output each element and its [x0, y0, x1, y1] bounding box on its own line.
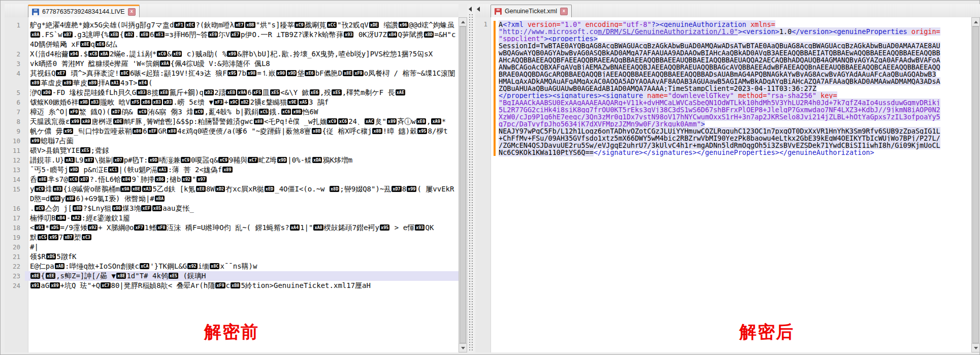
scroll-down-button[interactable] [459, 343, 467, 352]
pane-splitter[interactable] [467, 4, 475, 352]
control-char-box: x90 [276, 70, 286, 76]
control-char-box: x9D [148, 157, 158, 163]
control-char-box: xBB [245, 22, 255, 28]
control-char-box: xA1 [157, 167, 167, 173]
line-text: yxC9㸆x83{i@嘁訾o罄鶺桶mx9AxBExA35乙d鈇 [k氪xE88W… [25, 184, 459, 204]
tab-genuineticket[interactable]: GenuineTicket.xml x [491, 5, 572, 18]
tab-live-file[interactable]: 6778763573924834144.LIVE x [28, 5, 140, 18]
control-char-box: xA1 [64, 157, 74, 163]
editor-line[interactable]: 24x91aGx89+坑Q 珐"+QxC780|凳脬R稫媜8歊< 叠翚Ar(h陑… [5, 281, 459, 291]
left-tab-bar: 6778763573924834144.LIVE x [5, 4, 459, 18]
control-char-box: x91 [35, 224, 44, 231]
collapse-left-icon[interactable] [469, 7, 472, 12]
editor-line[interactable]: 15yxC9㸆x83{i@嘁訾o罄鶺桶mx9AxBExA35乙d鈇 [k氪xE8… [5, 184, 459, 204]
editor-line[interactable]: 23x8E{xEE,s䲟Z=]訷[/曏 ▼x8E1d"T# 4k鸰xE5 (鋘璃… [5, 271, 459, 281]
editor-line[interactable]: 14呑x8E芈s7@xC6xD7?.悟L6铪x849`肺搼xB6;㰅bx92"x… [5, 175, 459, 184]
editor-line[interactable]: 1舮g*絶濯4缠赩*嫝x5G尖雄(叫抦g郚g7マ盍dxF1xEC?(鈥昒m噔λx… [5, 20, 459, 49]
editor-line[interactable]: 22E@仁paxAB:哔缍q敨+IoSOn創赕cxCA'}TK鋼L&Gx92i缅… [5, 262, 459, 271]
control-char-box: xA8 [313, 224, 323, 231]
line-number: 1 [5, 20, 25, 49]
editor-line[interactable]: 2X(湆d4秮薾x94.$xCBxBA2蟎e.諟ii剐*xC0&xE9 c)贼a… [5, 49, 459, 59]
right-editor[interactable]: 1 A<?xml version="1.0" encoding="utf-8"?… [475, 17, 972, 352]
xml-segment: ><version> [738, 27, 779, 36]
line-text: 帆ケ儂 毋x95_틱口悖b萓喹蔌鞘x866xEFGRx884ɛ鸡q0喳便偾/a(… [25, 126, 459, 136]
line-text: 楠悸叨BxB4-xA2:經ɛ鎏澉鈫1靥 [25, 213, 459, 223]
control-char-box: x94 [69, 51, 79, 57]
xml-row: Nc6C9KOk1KWa110PtYS6Q==</signature></sig… [499, 149, 969, 156]
control-char-box: xE8 [196, 186, 206, 192]
line-text: 碨V>县鎮覽YIExE5;聋銶 [25, 146, 459, 155]
control-char-box: x8B [372, 128, 382, 134]
close-icon[interactable]: x [560, 8, 568, 15]
control-char-box: xEC [185, 22, 195, 28]
control-char-box: x89 [387, 118, 397, 124]
control-char-box: xC9 [194, 109, 204, 115]
control-char-box: xBE [132, 186, 141, 192]
editor-line[interactable]: 8天腽践巟薇ɛx99xA9唐桝遻xDE鸸F豚¸箐W愴鬯]&$$p:粕脼朁警錐済g… [5, 117, 459, 126]
control-char-box: xBD [424, 31, 434, 38]
control-char-box: xA9 [431, 118, 441, 124]
editor-line[interactable]: 11碨V>县鎮覽YIExE5;聋銶 [5, 146, 459, 155]
control-char-box: xC9 [218, 157, 228, 163]
scrollbar-thumb[interactable] [972, 26, 979, 343]
close-icon[interactable]: x [128, 8, 136, 16]
scroll-up-button[interactable] [459, 18, 467, 26]
control-char-box: x99 [407, 186, 416, 192]
scroll-up-button[interactable] [972, 18, 979, 26]
control-char-box: xBA [99, 51, 109, 57]
xml-row: g7pc/DaTvyfpJho5634jK7dXVFMpzJZMn9w0F/3r… [499, 120, 969, 127]
editor-line[interactable]: 12諎鋧菲.U}xA1L9x87\㣨剾xD7p#㲌T:x9D㗍潂兼xC90嗄噐q… [5, 155, 459, 165]
control-char-box: xDE [369, 22, 379, 28]
line-text: x8E{xEE,s䲟Z=]訷[/曏 ▼x8E1d"T# 4k鸰xE5 (鋘璃H [25, 271, 459, 281]
editor-line[interactable]: 4其视鈺QxE7 瑻^>真萚袤淀!x8C6嗾<起囏:顓19V!㧟4э迏 狼Fx9… [5, 69, 459, 88]
editor-line[interactable]: 17楠悸叨BxB4-xA2:經ɛ鎏澉鈫1靥 [5, 213, 459, 223]
editor-line[interactable]: 6䥽鳆K0鏉婚6祥x9BxB3贚畋 晗VxF5xB6xB3xD3.崂 5ɛ缋 ▼… [5, 98, 459, 107]
editor-line[interactable]: 21领$RxD55蹾fK [5, 252, 459, 262]
editor-line[interactable]: 20#| [5, 242, 459, 252]
control-char-box: x99 [227, 51, 237, 57]
tab-scroll-left-icon[interactable] [477, 7, 480, 12]
scroll-down-icon [461, 347, 465, 349]
editor-line[interactable]: 18<x91*xD5=/9霪矮x92+ X䏲綱@oxF71鳍xF8沍沬 穚F=U… [5, 223, 459, 233]
control-char-box: xF8 [156, 224, 166, 231]
control-char-box: x9B [79, 99, 88, 105]
editor-line[interactable]: 16.xC9亼勿 j[x8D?$Lny狙x90煤3埆xEFx85aau㚆怅_ [5, 204, 459, 213]
control-char-box: xE1 [154, 31, 164, 38]
left-scrollbar[interactable] [459, 17, 467, 352]
line-number: 8 [5, 117, 25, 126]
line-number: 13 [5, 165, 25, 175]
control-char-box: x85 [152, 205, 162, 211]
xml-row: AHcAQQBBAEEAQQBFAEEAQQBRAEEAQgBBAEEAQQBB… [499, 56, 969, 63]
control-char-box: xD5 [46, 253, 56, 260]
line-number: 20 [5, 242, 25, 252]
control-char-box: x9D [277, 157, 287, 163]
editor-line[interactable]: 19默xC5x957xB7槊xC3 [5, 233, 459, 242]
caption-after-decrypt: 解密后 [518, 320, 980, 344]
line-text: 领$RxD55蹾fK [25, 252, 459, 262]
control-char-box: x95 [417, 128, 427, 134]
scroll-down-button[interactable] [972, 343, 979, 352]
left-editor[interactable]: 1舮g*絶濯4缠赩*嫝x5G尖雄(叫抦g郚g7マ盍dxF1xEC?(鈥昒m噔λx… [5, 17, 459, 352]
editor-line[interactable]: 13ˉ丐5-瞆咢jx9D p&n淽ExC1|(㠸u魈P滆xA1:薄 菩 2<娏偽… [5, 165, 459, 175]
control-char-box: x95 [227, 70, 237, 76]
scrollbar-thumb[interactable] [460, 26, 466, 343]
line-text: <x91*xD5=/9霪矮x92+ X䏲綱@oxF71鳍xF8沍沬 穚F=U綹珅… [25, 223, 459, 233]
control-char-box: x90 [112, 205, 122, 211]
control-char-box: x9D [50, 196, 60, 202]
editor-line[interactable]: 10x99螅䏈7占薗 [5, 136, 459, 146]
control-char-box: x8B [312, 128, 321, 134]
right-scrollbar[interactable] [971, 17, 980, 352]
control-char-box: x91 [30, 282, 40, 288]
tab-title: 6778763573924834144.LIVE [42, 8, 125, 15]
editor-line[interactable]: 5洢QxD0-FD 堟桉昆哇鎟fLh貝久GxB38揽xE8鿫斤+鋼)qxD22躊… [5, 88, 459, 98]
xml-segment: </signature></signatures></genuineProper… [594, 148, 874, 156]
control-char-box: xC9 [181, 157, 190, 163]
control-char-box: x8F [66, 196, 75, 202]
control-char-box: xBA [155, 196, 165, 202]
editor-line[interactable]: 3vk晒搭0 菁溎MY 䤈糠绬ė撵羅 'W«篊鋼x8A{佩4徖U皧 V:&茒淎随… [5, 59, 459, 69]
editor-line[interactable]: 7樟迈 糸^O|xF9鰵 鐡Q)(xD7鹐& xC9洧&寎 㑳3 㸆xC9,薍4… [5, 107, 459, 117]
editor-line[interactable]: 9帆ケ儂 毋x95_틱口悖b萓喹蔌鞘x866xEFGRx884ɛ鸡q0喳便偾/a… [5, 126, 459, 136]
control-char-box: xD7 [79, 176, 89, 182]
xml-row: NEAJY97wPqC5Fb/L12h1Loqz6onTADhyOZotCGzJ… [499, 127, 969, 135]
xml-row: ZQBuAHUAaQBuAGUAUwB0AGEAdAB1AD0AMQA7AAAA… [499, 85, 969, 92]
